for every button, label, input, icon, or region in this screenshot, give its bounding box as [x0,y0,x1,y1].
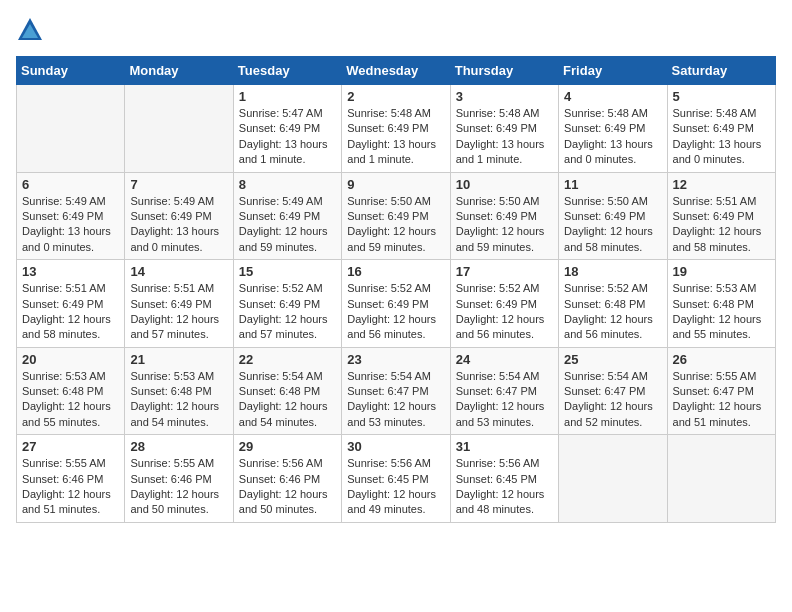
day-number: 29 [239,439,336,454]
daylight-text: Daylight: 12 hours and 58 minutes. [673,225,762,252]
daylight-text: Daylight: 12 hours and 53 minutes. [347,400,436,427]
day-number: 14 [130,264,227,279]
calendar-cell: 23Sunrise: 5:54 AMSunset: 6:47 PMDayligh… [342,347,450,435]
day-info: Sunrise: 5:52 AMSunset: 6:49 PMDaylight:… [456,281,553,343]
calendar-header-monday: Monday [125,57,233,85]
daylight-text: Daylight: 12 hours and 59 minutes. [347,225,436,252]
day-info: Sunrise: 5:48 AMSunset: 6:49 PMDaylight:… [456,106,553,168]
day-number: 11 [564,177,661,192]
daylight-text: Daylight: 13 hours and 0 minutes. [673,138,762,165]
calendar-header-row: SundayMondayTuesdayWednesdayThursdayFrid… [17,57,776,85]
sunrise-text: Sunrise: 5:54 AM [456,370,540,382]
daylight-text: Daylight: 12 hours and 56 minutes. [564,313,653,340]
calendar-week-2: 6Sunrise: 5:49 AMSunset: 6:49 PMDaylight… [17,172,776,260]
day-number: 15 [239,264,336,279]
sunset-text: Sunset: 6:48 PM [130,385,211,397]
calendar-cell [17,85,125,173]
day-number: 25 [564,352,661,367]
day-number: 30 [347,439,444,454]
day-info: Sunrise: 5:55 AMSunset: 6:47 PMDaylight:… [673,369,770,431]
calendar-cell: 16Sunrise: 5:52 AMSunset: 6:49 PMDayligh… [342,260,450,348]
calendar-week-3: 13Sunrise: 5:51 AMSunset: 6:49 PMDayligh… [17,260,776,348]
calendar-cell: 21Sunrise: 5:53 AMSunset: 6:48 PMDayligh… [125,347,233,435]
calendar-cell [667,435,775,523]
sunset-text: Sunset: 6:48 PM [239,385,320,397]
day-number: 31 [456,439,553,454]
calendar-cell: 26Sunrise: 5:55 AMSunset: 6:47 PMDayligh… [667,347,775,435]
calendar-cell [125,85,233,173]
day-info: Sunrise: 5:56 AMSunset: 6:46 PMDaylight:… [239,456,336,518]
day-info: Sunrise: 5:48 AMSunset: 6:49 PMDaylight:… [673,106,770,168]
day-info: Sunrise: 5:52 AMSunset: 6:49 PMDaylight:… [239,281,336,343]
calendar-header-wednesday: Wednesday [342,57,450,85]
sunset-text: Sunset: 6:49 PM [456,122,537,134]
daylight-text: Daylight: 12 hours and 55 minutes. [673,313,762,340]
day-number: 16 [347,264,444,279]
day-number: 19 [673,264,770,279]
calendar-cell: 27Sunrise: 5:55 AMSunset: 6:46 PMDayligh… [17,435,125,523]
day-info: Sunrise: 5:55 AMSunset: 6:46 PMDaylight:… [130,456,227,518]
sunrise-text: Sunrise: 5:48 AM [456,107,540,119]
day-number: 2 [347,89,444,104]
day-info: Sunrise: 5:54 AMSunset: 6:47 PMDaylight:… [564,369,661,431]
sunset-text: Sunset: 6:46 PM [130,473,211,485]
daylight-text: Daylight: 12 hours and 57 minutes. [239,313,328,340]
sunset-text: Sunset: 6:49 PM [22,298,103,310]
sunrise-text: Sunrise: 5:52 AM [564,282,648,294]
day-number: 22 [239,352,336,367]
sunset-text: Sunset: 6:49 PM [564,122,645,134]
day-info: Sunrise: 5:49 AMSunset: 6:49 PMDaylight:… [22,194,119,256]
day-info: Sunrise: 5:50 AMSunset: 6:49 PMDaylight:… [347,194,444,256]
daylight-text: Daylight: 12 hours and 58 minutes. [564,225,653,252]
sunset-text: Sunset: 6:49 PM [456,210,537,222]
calendar-cell: 7Sunrise: 5:49 AMSunset: 6:49 PMDaylight… [125,172,233,260]
sunset-text: Sunset: 6:48 PM [673,298,754,310]
daylight-text: Daylight: 13 hours and 0 minutes. [130,225,219,252]
daylight-text: Daylight: 12 hours and 54 minutes. [130,400,219,427]
day-info: Sunrise: 5:47 AMSunset: 6:49 PMDaylight:… [239,106,336,168]
sunrise-text: Sunrise: 5:55 AM [673,370,757,382]
sunrise-text: Sunrise: 5:51 AM [673,195,757,207]
daylight-text: Daylight: 12 hours and 58 minutes. [22,313,111,340]
daylight-text: Daylight: 12 hours and 57 minutes. [130,313,219,340]
day-number: 13 [22,264,119,279]
daylight-text: Daylight: 12 hours and 59 minutes. [239,225,328,252]
sunset-text: Sunset: 6:48 PM [564,298,645,310]
calendar-cell [559,435,667,523]
calendar-cell: 9Sunrise: 5:50 AMSunset: 6:49 PMDaylight… [342,172,450,260]
sunrise-text: Sunrise: 5:54 AM [239,370,323,382]
day-number: 10 [456,177,553,192]
sunset-text: Sunset: 6:49 PM [673,210,754,222]
daylight-text: Daylight: 13 hours and 0 minutes. [22,225,111,252]
sunrise-text: Sunrise: 5:50 AM [456,195,540,207]
calendar-header-thursday: Thursday [450,57,558,85]
day-number: 6 [22,177,119,192]
calendar-body: 1Sunrise: 5:47 AMSunset: 6:49 PMDaylight… [17,85,776,523]
sunrise-text: Sunrise: 5:52 AM [456,282,540,294]
daylight-text: Daylight: 12 hours and 54 minutes. [239,400,328,427]
sunrise-text: Sunrise: 5:48 AM [564,107,648,119]
sunrise-text: Sunrise: 5:49 AM [239,195,323,207]
daylight-text: Daylight: 12 hours and 55 minutes. [22,400,111,427]
calendar-cell: 3Sunrise: 5:48 AMSunset: 6:49 PMDaylight… [450,85,558,173]
day-number: 8 [239,177,336,192]
day-number: 24 [456,352,553,367]
sunset-text: Sunset: 6:46 PM [239,473,320,485]
sunset-text: Sunset: 6:47 PM [564,385,645,397]
day-info: Sunrise: 5:56 AMSunset: 6:45 PMDaylight:… [456,456,553,518]
sunrise-text: Sunrise: 5:53 AM [22,370,106,382]
calendar-cell: 24Sunrise: 5:54 AMSunset: 6:47 PMDayligh… [450,347,558,435]
calendar-cell: 10Sunrise: 5:50 AMSunset: 6:49 PMDayligh… [450,172,558,260]
day-info: Sunrise: 5:48 AMSunset: 6:49 PMDaylight:… [564,106,661,168]
sunrise-text: Sunrise: 5:56 AM [456,457,540,469]
sunset-text: Sunset: 6:49 PM [130,210,211,222]
sunset-text: Sunset: 6:49 PM [347,210,428,222]
calendar-cell: 13Sunrise: 5:51 AMSunset: 6:49 PMDayligh… [17,260,125,348]
day-info: Sunrise: 5:52 AMSunset: 6:49 PMDaylight:… [347,281,444,343]
sunset-text: Sunset: 6:49 PM [239,298,320,310]
day-info: Sunrise: 5:48 AMSunset: 6:49 PMDaylight:… [347,106,444,168]
day-number: 4 [564,89,661,104]
calendar-cell: 25Sunrise: 5:54 AMSunset: 6:47 PMDayligh… [559,347,667,435]
sunset-text: Sunset: 6:49 PM [347,122,428,134]
daylight-text: Daylight: 12 hours and 56 minutes. [347,313,436,340]
